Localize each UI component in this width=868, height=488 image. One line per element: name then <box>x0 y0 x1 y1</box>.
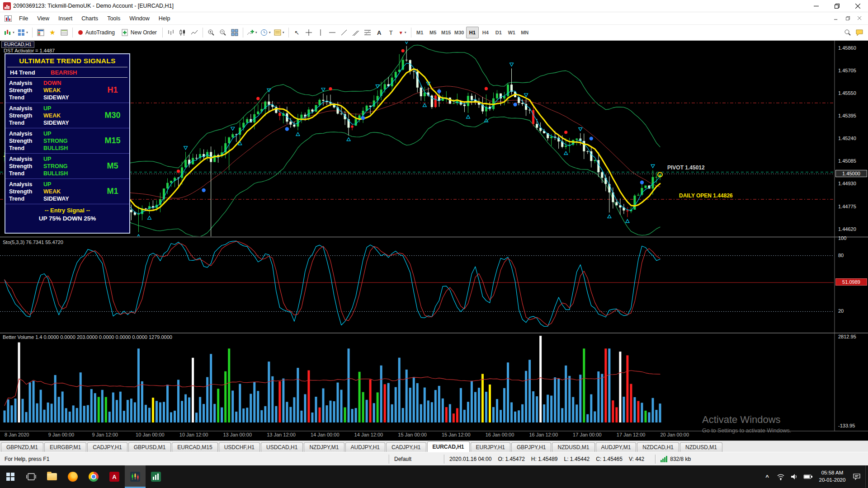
tab-cadjpy-h1[interactable]: CADJPY,H1 <box>87 442 127 452</box>
restore-button[interactable] <box>826 0 847 12</box>
tab-gbpjpy-h1[interactable]: GBPJPY,H1 <box>511 442 551 452</box>
battery-icon[interactable] <box>801 465 815 488</box>
chart-app-button[interactable] <box>146 465 166 488</box>
chart-area: EURCAD,H1 DST Activator = 1.4487 ULTIMAT… <box>0 41 868 441</box>
time-axis-label: 20 Jan 00:00 <box>660 432 689 437</box>
wifi-icon[interactable] <box>774 465 788 488</box>
timeframe-h1-button[interactable]: H1 <box>466 27 479 38</box>
horizontal-line-button[interactable] <box>326 27 338 38</box>
menu-help[interactable]: Help <box>154 14 175 23</box>
volume-scale-min: -133.95 <box>835 423 868 428</box>
h4-trend-label: H4 Trend <box>10 69 51 76</box>
timeframe-m30-button[interactable]: M30 <box>453 27 466 38</box>
tab-nzdusd-m1[interactable]: NZDUSD,M1 <box>552 442 594 452</box>
taskbar-clock[interactable]: 05:58 AM 20-01-2020 <box>815 469 850 483</box>
chrome-button[interactable] <box>83 465 104 488</box>
bar-chart-button[interactable] <box>165 27 177 38</box>
close-button[interactable] <box>847 0 868 12</box>
volume-icon[interactable] <box>788 465 801 488</box>
profiles-button[interactable]: ▼ <box>16 27 30 38</box>
tab-eurjpy-h1[interactable]: EURJPY,H1 <box>471 442 510 452</box>
tab-nzdcad-h1[interactable]: NZDCAD,H1 <box>637 442 679 452</box>
tab-nzdjpy-m1[interactable]: NZDJPY,M1 <box>304 442 344 452</box>
firefox-button[interactable] <box>62 465 83 488</box>
line-chart-button[interactable] <box>189 27 200 38</box>
price-tick: 1.44930 <box>835 181 868 186</box>
status-bar-time: 2020.01.16 04:00 <box>449 456 491 462</box>
timeframe-m5-button[interactable]: M5 <box>427 27 439 38</box>
tab-cadjpy-h1[interactable]: CADJPY,H1 <box>386 442 426 452</box>
mdi-close-button[interactable] <box>854 14 865 23</box>
tab-eurcad-h1[interactable]: EURCAD,H1 <box>427 441 470 452</box>
timeframe-w1-button[interactable]: W1 <box>505 27 518 38</box>
tab-audjpy-h1[interactable]: AUDJPY,H1 <box>345 442 385 452</box>
zoom-out-button[interactable] <box>217 27 229 38</box>
cursor-button[interactable]: ↖ <box>291 27 303 38</box>
tab-nzdusd-m1[interactable]: NZDUSD,M1 <box>680 442 722 452</box>
show-desktop-button[interactable] <box>865 465 868 488</box>
menu-tools[interactable]: Tools <box>103 14 125 23</box>
status-volume: V: 442 <box>629 456 644 462</box>
tab-eurcad-m15[interactable]: EURCAD,M15 <box>172 442 217 452</box>
menu-insert[interactable]: Insert <box>54 14 77 23</box>
search-button[interactable] <box>842 27 854 38</box>
timeframe-h4-button[interactable]: H4 <box>479 27 492 38</box>
new-order-button[interactable]: New Order <box>118 27 160 38</box>
menu-charts[interactable]: Charts <box>77 14 103 23</box>
chat-button[interactable] <box>854 27 865 38</box>
chart-window-icon <box>5 15 12 22</box>
taskbar: A ^ 05:58 AM 20-01-2020 <box>0 465 868 488</box>
price-chart[interactable] <box>0 41 868 441</box>
timeframe-m1-button[interactable]: M1 <box>414 27 426 38</box>
timeframe-mn-button[interactable]: MN <box>519 27 531 38</box>
templates-button[interactable]: ▼ <box>273 27 286 38</box>
text-button[interactable]: A <box>373 27 385 38</box>
arrows-button[interactable]: ▼▼ <box>397 27 409 38</box>
firefox-icon <box>68 472 78 482</box>
new-chart-button[interactable]: ▼ <box>3 27 16 38</box>
action-center-button[interactable] <box>850 465 863 488</box>
tab-usdchf-h1[interactable]: USDCHF,H1 <box>219 442 260 452</box>
minimize-button[interactable] <box>806 0 826 12</box>
pivot-line-label: PIVOT 1.45012 <box>667 164 705 171</box>
crosshair-button[interactable] <box>303 27 315 38</box>
tab-audjpy-m1[interactable]: AUDJPY,M1 <box>596 442 637 452</box>
signal-row-m30: AnalysisUPStrengthWEAKTrendSIDEWAYM30 <box>5 103 129 128</box>
tab-gbpnzd-m1[interactable]: GBPNZD,M1 <box>1 442 43 452</box>
status-profile[interactable]: Default <box>390 454 444 464</box>
time-axis-label: 10 Jan 12:00 <box>179 432 208 437</box>
indicators-button[interactable]: ▼ <box>245 27 259 38</box>
fibonacci-button[interactable] <box>362 27 373 38</box>
candlestick-chart-button[interactable] <box>177 27 189 38</box>
menu-file[interactable]: File <box>14 14 33 23</box>
mdi-minimize-button[interactable] <box>830 14 842 23</box>
mt4-taskbar-button[interactable] <box>125 465 146 488</box>
periods-button[interactable]: ▼ <box>259 27 273 38</box>
timeframe-d1-button[interactable]: D1 <box>492 27 505 38</box>
task-view-button[interactable] <box>21 465 42 488</box>
file-explorer-button[interactable] <box>42 465 62 488</box>
tab-usdcad-h1[interactable]: USDCAD,H1 <box>261 442 303 452</box>
status-bar-ohlc: 2020.01.16 04:00 O: 1.45472 H: 1.45489 L… <box>445 454 655 464</box>
autotrading-button[interactable]: AutoTrading <box>75 27 118 38</box>
tile-windows-button[interactable] <box>229 27 241 38</box>
tray-expand-button[interactable]: ^ <box>760 465 774 488</box>
navigator-button[interactable]: ★ <box>47 27 58 38</box>
menu-view[interactable]: View <box>33 14 54 23</box>
market-watch-button[interactable] <box>35 27 47 38</box>
channel-button[interactable] <box>350 27 362 38</box>
start-button[interactable] <box>0 465 21 488</box>
price-axis[interactable]: 1.45000 51.0989 2812.95 -133.95 1.458601… <box>835 41 868 440</box>
tab-eurgbp-m1[interactable]: EURGBP,M1 <box>44 442 86 452</box>
zoom-in-button[interactable] <box>205 27 217 38</box>
timeframe-m15-button[interactable]: M15 <box>440 27 453 38</box>
stochastic-current-box: 51.0989 <box>835 278 867 286</box>
tab-gbpusd-m1[interactable]: GBPUSD,M1 <box>128 442 171 452</box>
mdi-restore-button[interactable] <box>842 14 854 23</box>
adobe-reader-button[interactable]: A <box>104 465 125 488</box>
terminal-button[interactable] <box>58 27 70 38</box>
vertical-line-button[interactable] <box>315 27 326 38</box>
trendline-button[interactable] <box>338 27 350 38</box>
text-label-button[interactable]: T <box>385 27 397 38</box>
menu-window[interactable]: Window <box>125 14 154 23</box>
